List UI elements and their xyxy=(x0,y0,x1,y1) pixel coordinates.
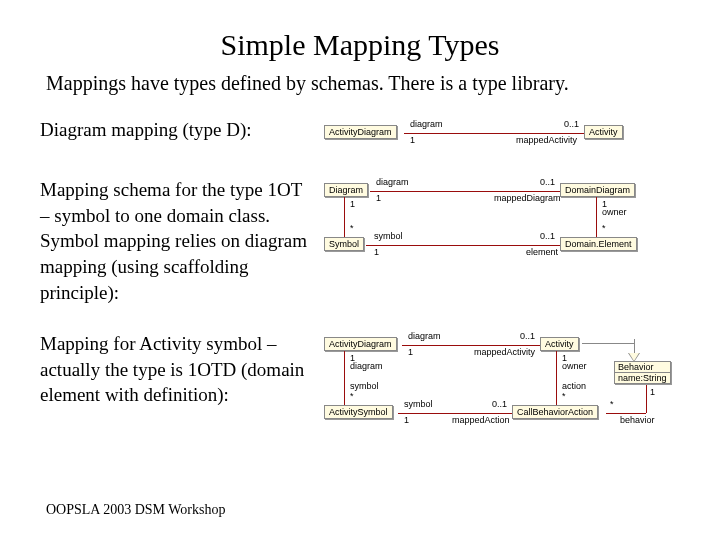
assoc-label: diagram xyxy=(410,119,443,129)
mult-label: 0..1 xyxy=(540,231,555,241)
assoc-label: behavior xyxy=(620,415,655,425)
slide-subtitle: Mappings have types defined by schemas. … xyxy=(46,72,680,95)
class-activitysymbol: ActivitySymbol xyxy=(324,405,393,419)
row-2-label: Mapping schema for the type 1OT – symbol… xyxy=(40,177,310,305)
uml-diagram-3: ActivityDiagram Activity diagram mappedA… xyxy=(324,331,664,441)
assoc-label: owner xyxy=(602,207,627,217)
assoc-label: element xyxy=(526,247,558,257)
assoc-label: symbol xyxy=(350,381,379,391)
class-domainelement: Domain.Element xyxy=(560,237,637,251)
mult-label: * xyxy=(602,223,606,233)
assoc-label: owner xyxy=(562,361,587,371)
mult-label: * xyxy=(610,399,614,409)
row-3: Mapping for Activity symbol – actually t… xyxy=(40,331,680,441)
row-2: Mapping schema for the type 1OT – symbol… xyxy=(40,177,680,305)
mult-label: 1 xyxy=(410,135,415,145)
row-1: Diagram mapping (type D): ActivityDiagra… xyxy=(40,117,680,151)
class-diagram: Diagram xyxy=(324,183,368,197)
uml-diagram-2: Diagram DomainDiagram diagram mappedDiag… xyxy=(324,177,680,269)
assoc-label: mappedDiagram xyxy=(494,193,561,203)
class-activitydiagram: ActivityDiagram xyxy=(324,125,397,139)
assoc-label: mappedActivity xyxy=(516,135,577,145)
mult-label: * xyxy=(562,391,566,401)
mult-label: 0..1 xyxy=(492,399,507,409)
assoc-label: diagram xyxy=(408,331,441,341)
mult-label: 0..1 xyxy=(564,119,579,129)
uml-diagram-1: ActivityDiagram Activity diagram mappedA… xyxy=(324,117,680,151)
class-domaindiagram: DomainDiagram xyxy=(560,183,635,197)
row-1-label: Diagram mapping (type D): xyxy=(40,117,310,143)
assoc-label: symbol xyxy=(404,399,433,409)
mult-label: 1 xyxy=(376,193,381,203)
class-activity: Activity xyxy=(584,125,623,139)
assoc-label: mappedAction xyxy=(452,415,510,425)
assoc-label: mappedActivity xyxy=(474,347,535,357)
mult-label: 1 xyxy=(408,347,413,357)
mult-label: * xyxy=(350,223,354,233)
row-3-label: Mapping for Activity symbol – actually t… xyxy=(40,331,310,408)
class-activitydiagram: ActivityDiagram xyxy=(324,337,397,351)
class-behavior-name: Behavior xyxy=(615,362,670,373)
assoc-label: symbol xyxy=(374,231,403,241)
assoc-label: diagram xyxy=(350,361,383,371)
class-symbol: Symbol xyxy=(324,237,364,251)
assoc-label: diagram xyxy=(376,177,409,187)
mult-label: 0..1 xyxy=(520,331,535,341)
mult-label: 0..1 xyxy=(540,177,555,187)
class-activity: Activity xyxy=(540,337,579,351)
class-callbehavior: CallBehaviorAction xyxy=(512,405,598,419)
mult-label: 1 xyxy=(650,387,655,397)
class-behavior-attr: name:String xyxy=(615,373,670,383)
class-behavior: Behavior name:String xyxy=(614,361,671,384)
assoc-label: action xyxy=(562,381,586,391)
mult-label: 1 xyxy=(374,247,379,257)
slide-title: Simple Mapping Types xyxy=(40,28,680,62)
mult-label: 1 xyxy=(350,199,355,209)
mult-label: 1 xyxy=(404,415,409,425)
mult-label: * xyxy=(350,391,354,401)
slide-footer: OOPSLA 2003 DSM Workshop xyxy=(46,502,225,518)
